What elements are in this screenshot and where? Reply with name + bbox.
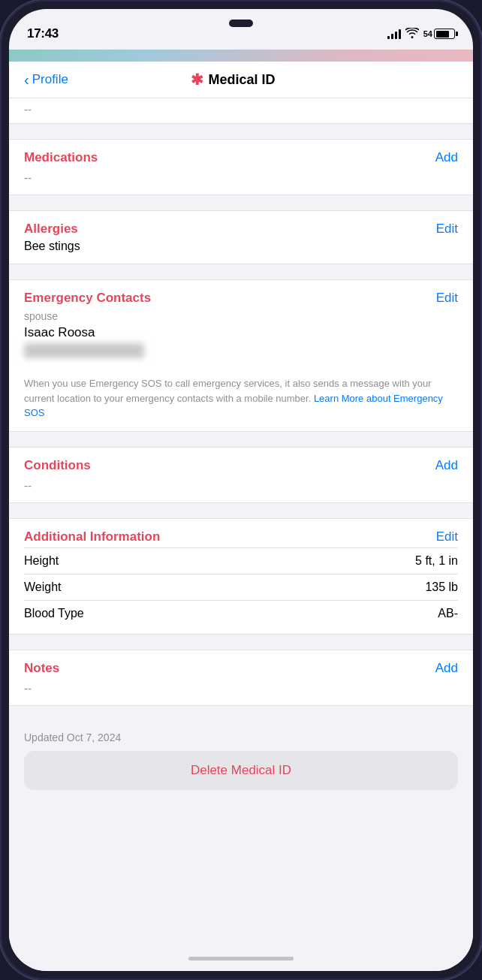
emergency-contacts-edit-button[interactable]: Edit [436,291,458,306]
gap-5 [9,503,473,518]
gap-6 [9,635,473,650]
dynamic-island [229,20,253,27]
gap-7 [9,706,473,721]
weight-row: Weight 135 lb [24,574,458,600]
conditions-add-button[interactable]: Add [435,458,458,473]
weight-value: 135 lb [425,580,458,594]
additional-info-title: Additional Information [24,529,160,544]
sos-description: When you use Emergency SOS to call emerg… [24,370,458,431]
allergies-title: Allergies [24,222,78,237]
height-value: 5 ft, 1 in [415,554,458,568]
medications-add-button[interactable]: Add [435,150,458,165]
gap-1 [9,124,473,139]
phone-frame: 17:43 54 [0,0,482,980]
gap-2 [9,195,473,210]
gradient-header [9,50,473,62]
battery-percent: 54 [423,29,432,38]
additional-info-edit-button[interactable]: Edit [436,529,458,544]
battery-icon: 54 [423,29,455,39]
additional-info-header: Additional Information Edit [24,519,458,547]
updated-timestamp: Updated Oct 7, 2024 [9,721,473,751]
medications-value: -- [24,168,458,194]
notes-header: Notes Add [24,650,458,679]
emergency-contacts-section: Emergency Contacts Edit spouse Isaac Roo… [9,279,473,432]
conditions-title: Conditions [24,458,91,473]
signal-bar-3 [395,32,397,39]
home-bar [188,957,294,960]
blood-type-value: AB- [438,607,458,620]
medical-asterisk-icon: ✱ [191,71,203,89]
signal-bars-icon [387,29,401,39]
emergency-contacts-title: Emergency Contacts [24,291,151,306]
signal-bar-1 [387,36,390,39]
phone-screen: 17:43 54 [9,9,473,971]
gap-4 [9,432,473,447]
conditions-header: Conditions Add [24,448,458,476]
allergies-header: Allergies Edit [24,211,458,240]
delete-medical-id-button[interactable]: Delete Medical ID [24,751,458,790]
height-row: Height 5 ft, 1 in [24,547,458,574]
blood-type-label: Blood Type [24,607,84,620]
page-title: ✱ Medical ID [191,71,275,89]
back-button[interactable]: ‹ Profile [24,72,68,87]
notes-section: Notes Add -- [9,650,473,706]
additional-information-section: Additional Information Edit Height 5 ft,… [9,518,473,635]
notes-title: Notes [24,661,59,676]
nav-bar: ‹ Profile ✱ Medical ID [9,62,473,98]
section-bottom-padding [24,626,458,634]
status-time: 17:43 [27,26,59,41]
delete-button-container: Delete Medical ID [9,751,473,805]
weight-label: Weight [24,580,62,594]
medications-section: Medications Add -- [9,139,473,195]
conditions-section: Conditions Add -- [9,447,473,503]
home-indicator [9,945,473,971]
contact-phone-blurred [24,343,144,358]
content-scroll[interactable]: -- Medications Add -- Allergies Edit Bee… [9,98,473,945]
contact-name: Isaac Roosa [24,324,458,343]
medications-title: Medications [24,150,98,165]
allergies-value: Bee stings [24,240,458,264]
battery-fill [436,31,449,38]
back-label: Profile [32,72,68,87]
allergies-section: Allergies Edit Bee stings [9,210,473,264]
battery-indicator [434,29,455,39]
notes-add-button[interactable]: Add [435,661,458,676]
notes-value: -- [24,679,458,705]
blood-type-row: Blood Type AB- [24,600,458,626]
emergency-contacts-header: Emergency Contacts Edit [24,280,458,309]
medications-header: Medications Add [24,140,458,168]
status-icons: 54 [387,28,455,41]
gap-3 [9,264,473,279]
top-dash-value: -- [9,98,473,124]
signal-bar-2 [391,34,393,39]
allergies-edit-button[interactable]: Edit [436,222,458,237]
signal-bar-4 [399,29,401,39]
contact-relationship: spouse [24,309,458,324]
height-label: Height [24,554,59,568]
wifi-icon [405,28,419,41]
conditions-value: -- [24,476,458,502]
status-bar: 17:43 54 [9,9,473,50]
back-arrow-icon: ‹ [24,72,29,87]
nav-title-text: Medical ID [208,72,275,88]
